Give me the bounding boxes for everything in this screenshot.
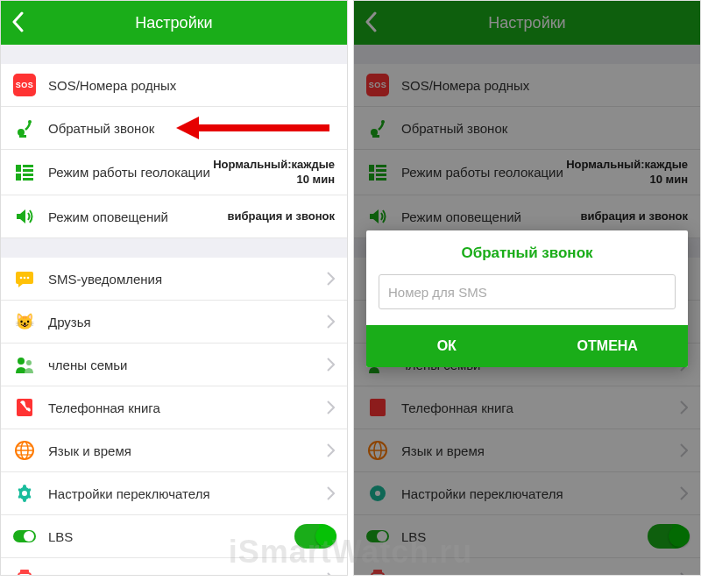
chevron-right-icon (327, 486, 335, 500)
row-label: LBS (401, 529, 648, 544)
callback-dialog: Обратный звонок ОК ОТМЕНА (366, 230, 688, 367)
row-label: Режим оповещений (401, 209, 581, 224)
row-find[interactable]: Где Найти? (1, 558, 347, 575)
toggle-icon (366, 525, 389, 548)
svg-point-22 (24, 531, 34, 542)
svg-rect-33 (376, 169, 386, 172)
row-label: Друзья (48, 315, 320, 329)
globe-icon (13, 439, 36, 462)
row-notifications[interactable]: Режим оповещений вибрация и звонок (1, 195, 347, 238)
svg-point-12 (18, 358, 25, 365)
back-icon[interactable] (365, 11, 377, 32)
chevron-right-icon (327, 272, 335, 286)
callback-icon (13, 117, 36, 139)
row-find[interactable]: Где Найти? (354, 558, 700, 575)
cancel-button[interactable]: ОТМЕНА (528, 325, 689, 367)
row-sos[interactable]: SOS SOS/Номера родных (354, 64, 700, 107)
sms-number-input[interactable] (379, 274, 676, 309)
left-screenshot: Настройки SOS SOS/Номера родных Обратный… (0, 0, 348, 576)
callback-icon (366, 117, 389, 139)
row-label: Язык и время (401, 443, 673, 458)
svg-point-0 (18, 129, 25, 136)
chevron-right-icon (680, 486, 688, 500)
header-title: Настройки (488, 14, 565, 32)
row-language[interactable]: Язык и время (1, 429, 347, 472)
chevron-right-icon (327, 315, 335, 329)
phonebook-icon (366, 396, 389, 419)
right-screenshot: Настройки SOS SOS/Номера родных Обратный… (353, 0, 701, 576)
watch-icon (13, 568, 36, 575)
svg-point-28 (371, 129, 378, 136)
svg-rect-1 (19, 135, 26, 138)
row-friends[interactable]: 😺 Друзья (1, 301, 347, 344)
svg-point-30 (381, 120, 385, 124)
svg-rect-48 (372, 573, 384, 575)
svg-point-13 (26, 360, 32, 365)
chevron-right-icon (327, 443, 335, 457)
row-label: Режим работы геолокации (48, 165, 213, 180)
row-switch-settings[interactable]: Настройки переключателя (1, 472, 347, 515)
svg-point-2 (28, 120, 32, 124)
sound-icon (366, 205, 389, 228)
sos-icon: SOS (13, 74, 36, 96)
row-geolocation[interactable]: Режим работы геолокации Нормальный:кажды… (1, 150, 347, 195)
svg-rect-5 (23, 169, 33, 172)
row-geolocation[interactable]: Режим работы геолокации Нормальный:кажды… (354, 150, 700, 195)
svg-rect-29 (372, 135, 379, 138)
row-label: Язык и время (48, 443, 320, 458)
chevron-right-icon (327, 572, 335, 575)
row-label: Режим оповещений (48, 209, 228, 224)
row-label: Настройки переключателя (48, 486, 320, 501)
row-sos[interactable]: SOS SOS/Номера родных (1, 64, 347, 107)
family-icon (13, 353, 36, 376)
svg-point-45 (377, 531, 387, 542)
row-phonebook[interactable]: Телефонная книга (1, 386, 347, 429)
row-family[interactable]: члены семьи (1, 344, 347, 386)
row-label: SOS/Номера родных (48, 78, 335, 93)
svg-rect-14 (17, 399, 32, 416)
svg-rect-25 (18, 573, 31, 575)
svg-rect-34 (369, 174, 374, 181)
chevron-right-icon (327, 400, 335, 414)
row-callback[interactable]: Обратный звонок (1, 107, 347, 150)
chevron-right-icon (680, 400, 688, 414)
svg-rect-8 (23, 178, 33, 181)
row-label: Телефонная книга (48, 400, 320, 415)
row-lbs[interactable]: LBS (1, 515, 347, 558)
ok-button[interactable]: ОК (366, 325, 528, 367)
svg-rect-6 (16, 174, 21, 181)
row-label: Где Найти? (401, 572, 673, 576)
sound-icon (13, 205, 36, 228)
geolocation-icon (13, 161, 36, 184)
svg-point-20 (22, 491, 27, 496)
friends-icon: 😺 (13, 310, 36, 333)
gear-icon (366, 482, 389, 505)
chevron-right-icon (680, 572, 688, 575)
lbs-toggle[interactable] (648, 524, 688, 549)
row-value: Нормальный:каждые 10 мин (566, 158, 688, 188)
row-label: Обратный звонок (48, 121, 335, 136)
row-value: Нормальный:каждые 10 мин (213, 158, 335, 188)
row-value: вибрация и звонок (228, 209, 336, 224)
row-label: LBS (48, 529, 294, 544)
svg-rect-36 (376, 178, 386, 181)
row-sms[interactable]: SMS-уведомления (1, 258, 347, 301)
svg-point-9 (20, 277, 23, 280)
svg-rect-31 (369, 165, 374, 172)
row-value: вибрация и звонок (581, 209, 689, 224)
svg-point-43 (375, 491, 380, 496)
row-language[interactable]: Язык и время (354, 429, 700, 472)
row-label: SMS-уведомления (48, 272, 320, 287)
row-label: Режим работы геолокации (401, 165, 566, 180)
back-icon[interactable] (11, 11, 24, 32)
sms-icon (13, 267, 36, 290)
row-switch-settings[interactable]: Настройки переключателя (354, 472, 700, 515)
row-callback[interactable]: Обратный звонок (354, 107, 700, 150)
phonebook-icon (13, 396, 36, 419)
row-label: Обратный звонок (401, 121, 688, 136)
row-phonebook[interactable]: Телефонная книга (354, 386, 700, 429)
row-lbs[interactable]: LBS (354, 515, 700, 558)
watch-icon (366, 568, 389, 575)
lbs-toggle[interactable] (294, 524, 335, 549)
svg-rect-35 (376, 174, 386, 176)
